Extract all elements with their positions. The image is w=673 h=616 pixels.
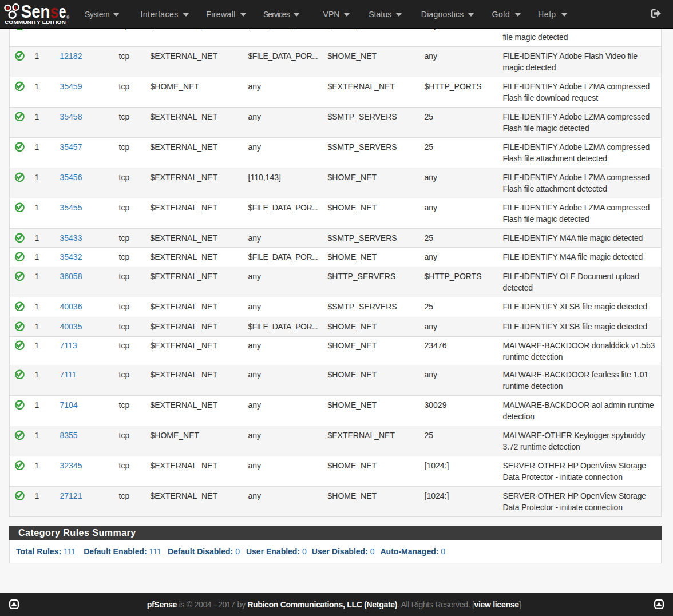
svg-text:®: ® bbox=[66, 15, 70, 20]
svg-text:Sen: Sen bbox=[21, 1, 50, 22]
svg-text:COMMUNITY EDITION: COMMUNITY EDITION bbox=[5, 19, 66, 25]
svg-text:e: e bbox=[59, 1, 66, 22]
svg-text:s: s bbox=[50, 1, 59, 22]
